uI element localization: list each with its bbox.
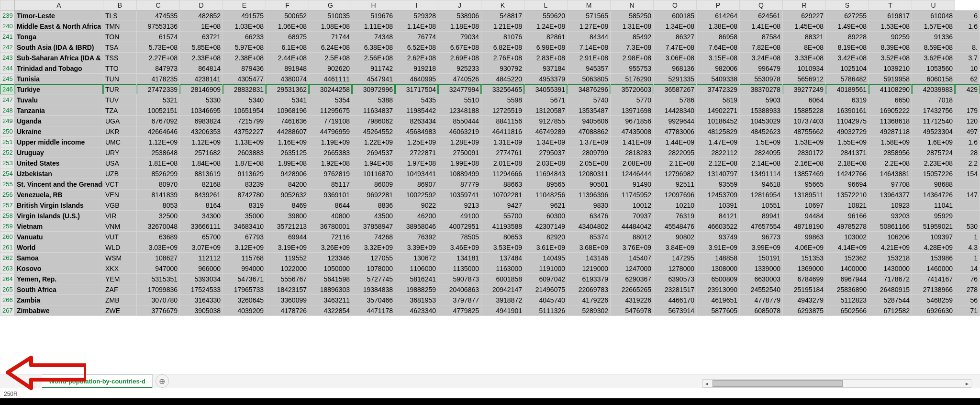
cell-value[interactable]: 7414167: [912, 274, 955, 284]
cell-value[interactable]: 919218: [395, 63, 438, 74]
cell-value[interactable]: 50861166: [869, 221, 912, 232]
cell-value[interactable]: 5530978: [740, 74, 783, 84]
cell-value[interactable]: 5727745: [352, 274, 395, 284]
scroll-thumb[interactable]: [713, 380, 843, 387]
cell-value[interactable]: 982006: [697, 63, 740, 74]
cell-value[interactable]: 10697: [783, 200, 826, 211]
cell-value[interactable]: 3463211: [309, 295, 352, 305]
cell-value[interactable]: 4178235: [137, 74, 180, 84]
cell-value[interactable]: 11042975: [826, 116, 869, 126]
cell-value[interactable]: 3918872: [481, 295, 524, 305]
cell-value[interactable]: 23913090: [697, 284, 740, 295]
cell-value[interactable]: 9022: [395, 200, 438, 211]
cell-value[interactable]: 72116: [309, 232, 352, 242]
cell-value[interactable]: 85374: [568, 232, 611, 242]
data-row[interactable]: 243Sub-Saharan Africa (IDA & IBFTSS2.27E…: [0, 53, 980, 63]
cell-value[interactable]: 4640995: [395, 74, 438, 84]
cell-value[interactable]: 10116870: [352, 169, 395, 179]
cell-value[interactable]: 4179226: [568, 295, 611, 305]
cell-value[interactable]: 6319: [826, 95, 869, 105]
cell-value[interactable]: 3.39E+09: [395, 242, 438, 253]
cell-value[interactable]: 43752227: [223, 126, 266, 137]
cell-value[interactable]: 1053560: [912, 63, 955, 74]
cell-value[interactable]: 585250: [611, 11, 654, 21]
cell-value[interactable]: 5919958: [869, 74, 912, 84]
cell-country[interactable]: Upper middle income: [15, 137, 103, 147]
cell-value[interactable]: 84121: [697, 211, 740, 221]
cell-value[interactable]: 10: [955, 63, 980, 74]
cell-value[interactable]: 38370278: [740, 84, 783, 95]
row-header[interactable]: 262: [0, 253, 15, 263]
cell-value[interactable]: 36780001: [309, 221, 352, 232]
cell-value[interactable]: 10391: [697, 200, 740, 211]
cell-value[interactable]: 69944: [266, 232, 309, 242]
cell-value[interactable]: 5354: [309, 95, 352, 105]
cell-value[interactable]: 8.39E+08: [869, 42, 912, 53]
cell-value[interactable]: 5112823: [826, 295, 869, 305]
cell-value[interactable]: 5340: [223, 95, 266, 105]
cell-value[interactable]: 5770: [611, 95, 654, 105]
col-header-J[interactable]: J: [438, 0, 481, 11]
cell-value[interactable]: 2858956: [869, 147, 912, 158]
cell-value[interactable]: 70937: [611, 211, 654, 221]
cell-country[interactable]: Uganda: [15, 116, 103, 126]
cell-value[interactable]: 15885228: [783, 105, 826, 116]
cell-value[interactable]: 3.24E+08: [740, 53, 783, 63]
cell-value[interactable]: 510035: [309, 11, 352, 21]
data-row[interactable]: 255St. Vincent and the GrenadineVCT80970…: [0, 179, 980, 190]
cell-value[interactable]: [955, 200, 980, 211]
cell-value[interactable]: 4380074: [266, 74, 309, 84]
cell-value[interactable]: 39277249: [783, 84, 826, 95]
cell-value[interactable]: 95929: [912, 211, 955, 221]
cell-value[interactable]: 3.07E+09: [180, 242, 223, 253]
cell-value[interactable]: 60300: [524, 211, 568, 221]
data-row[interactable]: 248TanzaniaTZA10052151103466951065195410…: [0, 105, 980, 116]
cell-value[interactable]: 76774: [395, 32, 438, 42]
cell-value[interactable]: 179: [955, 105, 980, 116]
cell-value[interactable]: 8E+08: [783, 42, 826, 53]
cell-value[interactable]: 140495: [524, 253, 568, 263]
cell-value[interactable]: 28146909: [180, 84, 223, 95]
cell-value[interactable]: 6085078: [740, 305, 783, 316]
cell-value[interactable]: 1.84E+08: [180, 158, 223, 169]
cell-value[interactable]: 3.15E+08: [697, 53, 740, 63]
cell-country[interactable]: Kosovo: [15, 263, 103, 274]
data-row[interactable]: 245TunisiaTUN417823542381414305477438007…: [0, 74, 980, 84]
cell-value[interactable]: 3.91E+09: [697, 242, 740, 253]
cell-value[interactable]: 4322854: [309, 305, 352, 316]
data-row[interactable]: 244Trinidad and TobagoTTO847973864814879…: [0, 63, 980, 74]
cell-value[interactable]: 1.31E+08: [611, 21, 654, 32]
cell-code[interactable]: UGA: [103, 116, 137, 126]
cell-value[interactable]: 134181: [438, 253, 481, 263]
cell-value[interactable]: 6.24E+08: [309, 42, 352, 53]
col-header-F[interactable]: F: [266, 0, 309, 11]
col-header-L[interactable]: L: [524, 0, 568, 11]
cell-country[interactable]: South Africa: [15, 284, 103, 295]
sheet-tab-active[interactable]: World-population-by-countries-d: [42, 374, 153, 388]
cell-value[interactable]: 6290367: [611, 274, 654, 284]
cell-value[interactable]: 8469: [266, 200, 309, 211]
cell-value[interactable]: 14242766: [826, 169, 869, 179]
cell-value[interactable]: 18423157: [266, 284, 309, 295]
cell-value[interactable]: 10651954: [223, 105, 266, 116]
cell-value[interactable]: 25195184: [783, 284, 826, 295]
cell-value[interactable]: 148858: [697, 253, 740, 263]
cell-code[interactable]: ZAF: [103, 284, 137, 295]
cell-value[interactable]: [955, 95, 980, 105]
cell-value[interactable]: 4619651: [697, 295, 740, 305]
cell-value[interactable]: 85117: [309, 179, 352, 190]
data-row[interactable]: 264Yemen, Rep.YEM53153515393034547367155…: [0, 274, 980, 284]
cell-value[interactable]: 5.85E+08: [180, 42, 223, 53]
cell-value[interactable]: 8164: [180, 200, 223, 211]
cell-code[interactable]: TUN: [103, 74, 137, 84]
cell-value[interactable]: 6193379: [568, 274, 611, 284]
cell-value[interactable]: 3.52E+08: [869, 53, 912, 63]
cell-value[interactable]: 5435: [395, 95, 438, 105]
cell-value[interactable]: 34876296: [568, 84, 611, 95]
cell-value[interactable]: 2665383: [309, 147, 352, 158]
cell-country[interactable]: Samoa: [15, 253, 103, 263]
row-header[interactable]: 264: [0, 274, 15, 284]
cell-value[interactable]: 151353: [783, 253, 826, 263]
cell-value[interactable]: 4178726: [266, 305, 309, 316]
cell-value[interactable]: 76319: [654, 211, 697, 221]
